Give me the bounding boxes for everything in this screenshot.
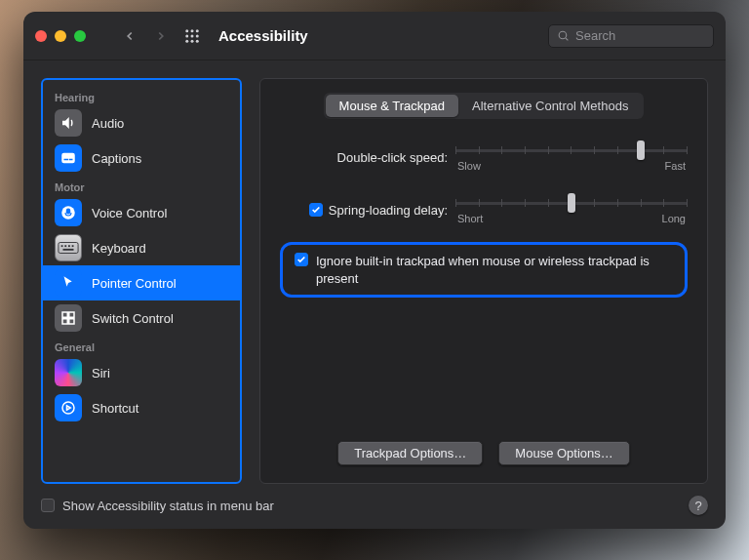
svg-rect-22 <box>69 312 74 317</box>
spring-loading-delay-slider[interactable] <box>455 195 688 211</box>
show-status-checkbox[interactable] <box>41 499 55 512</box>
sidebar-item-pointer-control[interactable]: Pointer Control <box>43 265 240 300</box>
siri-icon <box>55 359 82 386</box>
close-window-button[interactable] <box>35 30 47 42</box>
svg-rect-11 <box>61 153 75 164</box>
sidebar-item-shortcut[interactable]: Shortcut <box>43 390 240 425</box>
sidebar-item-voice-control[interactable]: Voice Control <box>43 195 240 230</box>
svg-point-3 <box>185 34 188 37</box>
search-placeholder: Search <box>575 28 615 43</box>
show-status-label: Show Accessibility status in menu bar <box>62 499 274 513</box>
sidebar-item-switch-control[interactable]: Switch Control <box>43 300 240 336</box>
tab-bar: Mouse & Trackpad Alternative Control Met… <box>324 93 645 119</box>
sidebar-item-audio[interactable]: Audio <box>43 105 240 140</box>
sidebar-item-label: Pointer Control <box>92 276 177 291</box>
sidebar-item-label: Voice Control <box>92 206 167 220</box>
svg-point-1 <box>191 29 194 32</box>
tab-mouse-trackpad[interactable]: Mouse & Trackpad <box>326 95 458 117</box>
show-all-button[interactable] <box>181 25 203 47</box>
sidebar-item-label: Shortcut <box>92 401 138 416</box>
section-hearing: Hearing <box>43 86 240 105</box>
search-icon <box>557 29 570 42</box>
sidebar-item-label: Keyboard <box>92 241 146 256</box>
check-icon <box>296 255 306 264</box>
svg-rect-17 <box>64 245 66 247</box>
options-button-row: Trackpad Options… Mouse Options… <box>280 441 688 465</box>
category-sidebar[interactable]: Hearing Audio Captions Motor <box>41 78 242 484</box>
double-click-speed-slider[interactable] <box>455 142 688 158</box>
svg-rect-20 <box>63 249 74 251</box>
slider-max-label: Long <box>662 213 686 224</box>
slider-min-label: Slow <box>457 160 481 172</box>
svg-rect-13 <box>69 159 73 161</box>
double-click-label: Double-click speed: <box>337 150 448 165</box>
sidebar-item-siri[interactable]: Siri <box>43 355 240 390</box>
settings-panel: Mouse & Trackpad Alternative Control Met… <box>259 78 708 484</box>
svg-point-6 <box>185 39 188 42</box>
window-footer: Show Accessibility status in menu bar ? <box>41 484 708 517</box>
svg-rect-15 <box>59 243 78 254</box>
svg-point-2 <box>196 29 199 32</box>
ignore-trackpad-row: Ignore built-in trackpad when mouse or w… <box>280 242 688 298</box>
svg-rect-24 <box>69 319 74 324</box>
svg-line-10 <box>566 38 568 40</box>
system-preferences-window: Accessibility Search Hearing Audio <box>23 12 726 529</box>
svg-point-4 <box>191 34 194 37</box>
check-icon <box>311 205 321 215</box>
sidebar-item-label: Switch Control <box>92 311 174 326</box>
spring-loading-row: Spring-loading delay: Short Long <box>280 195 688 224</box>
back-button[interactable] <box>119 25 140 47</box>
slider-max-label: Fast <box>665 160 686 172</box>
svg-point-0 <box>185 29 188 32</box>
sidebar-item-label: Siri <box>92 366 110 380</box>
svg-rect-23 <box>62 319 67 324</box>
svg-point-25 <box>62 402 74 414</box>
captions-icon <box>55 144 82 172</box>
shortcut-icon <box>55 394 82 421</box>
svg-point-5 <box>196 34 199 37</box>
svg-rect-18 <box>68 245 70 247</box>
section-motor: Motor <box>43 176 240 195</box>
sidebar-item-captions[interactable]: Captions <box>43 140 240 176</box>
svg-point-7 <box>191 39 194 42</box>
keyboard-icon <box>55 234 82 261</box>
voice-control-icon <box>55 199 82 226</box>
forward-button[interactable] <box>150 25 172 47</box>
tab-alternative-control[interactable]: Alternative Control Methods <box>458 95 642 117</box>
pointer-icon <box>55 269 82 297</box>
minimize-window-button[interactable] <box>55 30 66 42</box>
ignore-trackpad-label: Ignore built-in trackpad when mouse or w… <box>316 253 673 287</box>
slider-min-label: Short <box>457 213 483 224</box>
titlebar: Accessibility Search <box>23 12 726 60</box>
speaker-icon <box>55 109 82 137</box>
svg-point-8 <box>196 39 199 42</box>
spring-loading-checkbox[interactable] <box>309 203 323 217</box>
svg-rect-12 <box>64 159 69 161</box>
traffic-lights <box>35 30 86 42</box>
window-title: Accessibility <box>218 27 308 44</box>
sidebar-item-label: Captions <box>92 151 141 166</box>
help-button[interactable]: ? <box>689 496 708 515</box>
sidebar-item-keyboard[interactable]: Keyboard <box>43 230 240 265</box>
double-click-speed-row: Double-click speed: Slow Fast <box>280 142 688 172</box>
search-field[interactable]: Search <box>548 24 714 48</box>
svg-rect-19 <box>72 245 74 247</box>
zoom-window-button[interactable] <box>74 30 86 42</box>
ignore-trackpad-checkbox[interactable] <box>295 253 308 266</box>
section-general: General <box>43 336 240 355</box>
spring-loading-label: Spring-loading delay: <box>329 203 448 218</box>
trackpad-options-button[interactable]: Trackpad Options… <box>337 441 483 465</box>
sidebar-item-label: Audio <box>92 116 124 131</box>
mouse-options-button[interactable]: Mouse Options… <box>498 441 629 465</box>
svg-rect-21 <box>62 312 67 317</box>
switch-control-icon <box>55 304 82 332</box>
svg-point-9 <box>559 31 567 39</box>
svg-rect-16 <box>61 245 63 247</box>
